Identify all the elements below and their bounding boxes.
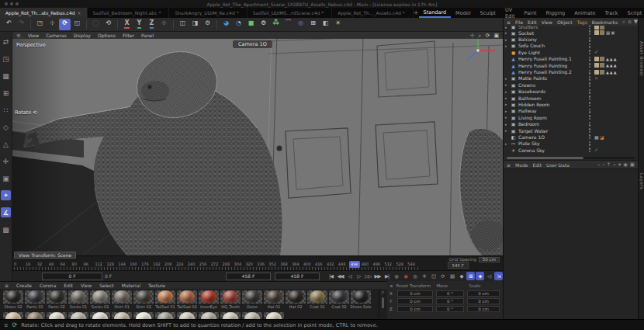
om-horizontal-scrollbar[interactable] <box>507 157 635 159</box>
viewport-solo-icon[interactable]: ▣ <box>1 173 11 183</box>
coords-burger-icon[interactable]: ≡ <box>390 283 393 288</box>
enabled-check-icon[interactable]: ✓ <box>594 49 598 55</box>
render-team-icon[interactable]: ◕ <box>220 19 232 30</box>
visibility-dots[interactable] <box>587 115 593 120</box>
viewport-menu-item[interactable]: Panel <box>141 33 154 38</box>
object-name[interactable]: Corona Sky <box>518 148 587 153</box>
object-name[interactable]: Socket <box>518 30 587 36</box>
material-swatch[interactable]: Outer <box>242 290 262 309</box>
camera-add-icon[interactable]: ◧ <box>320 19 331 30</box>
visibility-dots[interactable] <box>587 30 593 35</box>
move-tool-icon[interactable]: ⊹ <box>47 19 58 30</box>
layout-tab[interactable]: Standard <box>419 8 452 18</box>
lock-workplane-icon[interactable]: ▩ <box>1 224 11 234</box>
object-name[interactable]: Crowns <box>518 82 587 88</box>
am-filter-icon[interactable]: ▾ <box>618 162 621 168</box>
record-off-icon[interactable]: ● <box>392 272 400 280</box>
move-dropdown[interactable]: Move <box>437 283 466 288</box>
goto-start-button[interactable]: |◀ <box>327 272 335 280</box>
material-swatch[interactable]: Coat 01 <box>307 290 327 309</box>
layout-tab[interactable]: Rigging <box>542 8 570 18</box>
object-row[interactable]: ▸ ▣ Bathroom ▦▣ ▲▲▲ ✓ ✕ ▦ ◪ <box>504 95 638 101</box>
material-swatch[interactable]: Pants 01 <box>25 290 45 309</box>
material-scrollbar[interactable] <box>382 297 384 308</box>
scale-dropdown[interactable]: Scale <box>469 283 497 288</box>
object-row[interactable]: ▸ ● Eye Light ▦▣ ▲▲▲ ✓ ✕ ▦ ◪ <box>504 49 638 55</box>
visibility-dots[interactable] <box>587 50 593 54</box>
object-name[interactable]: Eye Light <box>518 50 587 55</box>
layout-tab[interactable]: Model <box>451 8 476 18</box>
object-row[interactable]: ▸ ▣ Living Room ▦▣ ▲▲▲ ✓ ✕ ▦ ◪ <box>504 114 638 120</box>
om-menu-item[interactable]: Bookmarks <box>592 19 618 25</box>
camera-tag-icon[interactable]: ◪ <box>600 134 604 140</box>
am-lock-icon[interactable]: ◉ <box>623 162 628 168</box>
visibility-dots[interactable] <box>587 122 593 127</box>
visibility-dots[interactable] <box>587 43 593 48</box>
object-name[interactable]: Hidden Room <box>518 102 587 107</box>
polygons-mode-icon[interactable]: △ <box>1 139 11 149</box>
texture-tag-thumbnails[interactable] <box>594 70 605 75</box>
material-menu-item[interactable]: Material <box>122 283 140 288</box>
viewport-scene[interactable] <box>12 32 503 255</box>
toggle-view-icon[interactable]: ▣ <box>493 33 499 39</box>
object-row[interactable]: ▸ ▣ Balcony ▦▣ ▲▲▲ ✓ ✕ ▦ ◪ <box>504 36 638 42</box>
add-cube-icon[interactable]: ■ <box>245 19 257 30</box>
viewport-menu-item[interactable]: View <box>28 33 39 38</box>
attribute-manager-body[interactable] <box>504 168 638 319</box>
visibility-dots[interactable] <box>587 89 593 94</box>
compositing-tag-icon[interactable]: ▦ <box>594 134 599 140</box>
points-mode-icon[interactable]: ∷ <box>1 105 11 115</box>
visibility-dots[interactable] <box>587 141 593 146</box>
home-icon[interactable]: ⌂ <box>628 19 631 25</box>
visibility-dots[interactable] <box>587 102 593 106</box>
document-tab[interactable]: Apple_Rot_Th..._Assets.c4d * <box>332 8 413 18</box>
object-row[interactable]: ▸ ☀ Corona Sky ▦▣ ▲▲▲ ✓ ✕ ▦ ◪ <box>504 147 638 153</box>
live-selection-icon[interactable]: ◳ <box>34 19 46 30</box>
material-menu-item[interactable]: Select <box>99 283 114 288</box>
rotation-field[interactable]: 0 ° <box>436 298 464 304</box>
make-editable-icon[interactable]: ⇄ <box>1 36 11 47</box>
material-swatch[interactable]: Hat 01 <box>264 290 284 309</box>
viewport[interactable]: ≡ ViewCamerasDisplayOptionsFilterPanel ⊹… <box>12 32 503 255</box>
object-name[interactable]: Plate Sky <box>518 141 587 146</box>
playhead[interactable]: 458 <box>349 261 360 268</box>
texture-tag-thumbnails[interactable] <box>594 26 605 30</box>
scale-field[interactable]: 0 cm <box>467 290 500 297</box>
undo-icon[interactable]: ↶ <box>3 19 15 30</box>
visibility-dots[interactable] <box>587 128 593 133</box>
visibility-dots[interactable] <box>587 26 593 30</box>
viewport-burger-icon[interactable]: ≡ <box>16 33 21 39</box>
coord-system-icon[interactable]: ⟲ <box>102 19 114 30</box>
material-swatch[interactable]: Shoes Sole <box>351 290 371 309</box>
am-popout-icon[interactable]: ▣ <box>630 162 635 168</box>
document-tab[interactable]: SadTail_UDIMS...rdScene.c4d * <box>248 8 333 18</box>
selection-tag-icons[interactable]: ▲▲▲ <box>606 70 618 75</box>
grid-spacing-value[interactable]: 50 cm <box>479 257 500 262</box>
object-row[interactable]: ▸ ▣ Shutters ▦▣ ▲▲▲ ✓ ✕ ▦ ◪ <box>504 26 638 30</box>
goto-end-button[interactable]: ▶| <box>383 272 391 280</box>
camera-label[interactable]: Camera 1O <box>233 40 272 48</box>
visibility-dots[interactable] <box>587 37 593 42</box>
solo-button[interactable]: ⇲ <box>494 272 503 280</box>
simulate-icon[interactable]: ⚙ <box>258 19 269 30</box>
nav-forward-icon[interactable]: › <box>602 162 604 168</box>
tag-box-icons[interactable]: ▦▣ <box>606 30 615 35</box>
object-name[interactable]: Henry Fuseli Painting.2 <box>518 69 587 75</box>
object-row[interactable]: ▸ ▣ Matte Paints ▦▣ ▲▲▲ ✓ ✕ ▦ ◪ <box>504 75 638 82</box>
mograph-icon[interactable]: ⁂ <box>270 19 282 30</box>
visibility-dots[interactable] <box>587 76 593 81</box>
new-tab-button[interactable]: + <box>414 8 419 18</box>
material-swatch[interactable]: HQ_Teeth <box>220 290 241 309</box>
deformer-icon[interactable]: ⌒ <box>282 19 294 30</box>
dock-strip-tab[interactable]: Layers <box>639 173 644 189</box>
object-name[interactable]: Baseboards <box>518 89 587 94</box>
object-name[interactable]: Sofa Couch <box>518 43 587 48</box>
redo-icon[interactable]: ↷ <box>16 19 27 30</box>
layout-tab[interactable]: Track <box>600 8 622 18</box>
om-menu-item[interactable]: Tags <box>577 19 587 25</box>
material-menu-item[interactable]: Corona <box>40 283 56 288</box>
viewport-menu-item[interactable]: Cameras <box>46 33 67 38</box>
texture-tag-thumbnails[interactable] <box>594 57 605 61</box>
position-field[interactable]: 0 cm <box>397 298 433 304</box>
viewport-menu-item[interactable]: Options <box>98 33 116 38</box>
